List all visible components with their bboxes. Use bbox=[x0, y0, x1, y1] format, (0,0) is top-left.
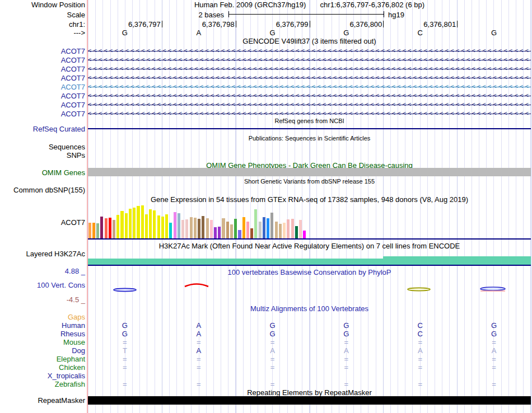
gtex-tissue-bar[interactable] bbox=[109, 218, 111, 238]
gtex-tissue-bar[interactable] bbox=[178, 213, 180, 238]
gtex-gene-label[interactable]: ACOT7 bbox=[0, 218, 85, 227]
gtex-tissue-bar[interactable] bbox=[129, 209, 132, 238]
gtex-tissue-bar[interactable] bbox=[295, 226, 298, 238]
gtex-tissue-bar[interactable] bbox=[218, 227, 221, 238]
gtex-tissue-bar[interactable] bbox=[88, 223, 91, 238]
gtex-tissue-bar[interactable] bbox=[153, 210, 156, 238]
layered-h3k27ac-label[interactable]: Layered H3K27Ac bbox=[0, 250, 85, 258]
gtex-tissue-bar[interactable] bbox=[116, 215, 119, 238]
gencode-transcript-label[interactable]: ACOT7 bbox=[0, 65, 85, 73]
gtex-tissue-bar[interactable] bbox=[234, 219, 237, 238]
gtex-tissue-bar[interactable] bbox=[270, 213, 273, 238]
gtex-tissue-bar[interactable] bbox=[206, 218, 209, 238]
gtex-tissue-bar[interactable] bbox=[157, 215, 160, 238]
multiz-species-label-zebrafish[interactable]: Zebrafish bbox=[0, 380, 85, 388]
gtex-tissue-bar[interactable] bbox=[120, 211, 123, 238]
gtex-tissue-bar[interactable] bbox=[267, 218, 269, 238]
gtex-tissue-bar[interactable] bbox=[242, 217, 245, 238]
omim-genes-bar[interactable] bbox=[88, 168, 531, 176]
repeatmasker-track-title[interactable]: Repeating Elements by RepeatMasker bbox=[88, 388, 531, 397]
gencode-transcript-arrows[interactable]: <<<<<<<<<<<<<<<<<<<<<<<<<<<<<<<<<<<<<<<<… bbox=[88, 82, 531, 91]
gtex-tissue-bar[interactable] bbox=[141, 205, 144, 238]
multiz-species-label-elephant[interactable]: Elephant bbox=[0, 355, 85, 363]
gtex-tissue-bar[interactable] bbox=[279, 224, 282, 238]
gencode-transcript-label[interactable]: ACOT7 bbox=[0, 47, 85, 55]
gtex-tissue-bar[interactable] bbox=[230, 224, 233, 238]
gtex-tissue-bar[interactable] bbox=[291, 219, 294, 238]
gtex-tissue-bar[interactable] bbox=[254, 209, 257, 238]
gencode-transcript-label[interactable]: ACOT7 bbox=[0, 110, 85, 118]
gtex-tissue-bar[interactable] bbox=[299, 220, 302, 238]
multiz-species-label-chicken[interactable]: Chicken bbox=[0, 363, 85, 372]
gencode-transcript-arrows[interactable]: <<<<<<<<<<<<<<<<<<<<<<<<<<<<<<<<<<<<<<<<… bbox=[88, 64, 531, 73]
multiz-species-label-rhesus[interactable]: Rhesus bbox=[0, 330, 85, 338]
gtex-tissue-bar[interactable] bbox=[214, 227, 217, 238]
publications-snps-label[interactable]: SNPs bbox=[0, 151, 85, 159]
multiz-track-title[interactable]: Multiz Alignments of 100 Vertebrates bbox=[88, 304, 531, 313]
omim-genes-label[interactable]: OMIM Genes bbox=[0, 168, 85, 177]
gencode-transcript-label[interactable]: ACOT7 bbox=[0, 92, 85, 100]
gtex-tissue-bar[interactable] bbox=[303, 231, 306, 238]
multiz-species-label-gaps[interactable]: Gaps bbox=[0, 313, 85, 321]
gtex-track-title[interactable]: Gene Expression in 54 tissues from GTEx … bbox=[88, 195, 531, 204]
publications-sequences-label[interactable]: Sequences bbox=[0, 143, 85, 151]
gtex-tissue-bar[interactable] bbox=[161, 217, 164, 238]
gencode-transcript-arrows[interactable]: <<<<<<<<<<<<<<<<<<<<<<<<<<<<<<<<<<<<<<<<… bbox=[88, 73, 531, 82]
gtex-tissue-bar[interactable] bbox=[194, 218, 197, 238]
multiz-aligned-base: G bbox=[335, 322, 357, 330]
multiz-species-label-mouse[interactable]: Mouse bbox=[0, 338, 85, 346]
gtex-tissue-bar[interactable] bbox=[202, 216, 204, 238]
gtex-tissue-bar[interactable] bbox=[283, 223, 286, 238]
gtex-tissue-bar[interactable] bbox=[165, 214, 168, 238]
gtex-tissue-bar[interactable] bbox=[149, 209, 152, 238]
common-dbsnp-label[interactable]: Common dbSNP(155) bbox=[0, 186, 85, 194]
gtex-tissue-bar[interactable] bbox=[174, 212, 176, 238]
gencode-transcript-arrows[interactable]: <<<<<<<<<<<<<<<<<<<<<<<<<<<<<<<<<<<<<<<<… bbox=[88, 109, 531, 118]
gtex-tissue-bar[interactable] bbox=[105, 218, 108, 238]
refseq-curated-line[interactable] bbox=[88, 128, 531, 129]
dbsnp-track-title[interactable]: Short Genetic Variants from dbSNP releas… bbox=[88, 178, 531, 185]
gtex-tissue-bar[interactable] bbox=[190, 217, 193, 238]
gtex-tissue-bar[interactable] bbox=[250, 228, 253, 238]
gencode-transcript-label[interactable]: ACOT7 bbox=[0, 74, 85, 82]
gencode-transcript-arrows[interactable]: <<<<<<<<<<<<<<<<<<<<<<<<<<<<<<<<<<<<<<<<… bbox=[88, 91, 531, 100]
gtex-tissue-bar[interactable] bbox=[246, 222, 249, 238]
gtex-tissue-bar[interactable] bbox=[238, 230, 241, 238]
gtex-tissue-bar[interactable] bbox=[169, 223, 172, 238]
gtex-tissue-bar[interactable] bbox=[137, 206, 139, 238]
gencode-transcript-label[interactable]: ACOT7 bbox=[0, 101, 85, 109]
gtex-tissue-bar[interactable] bbox=[96, 223, 99, 238]
gtex-tissue-bar[interactable] bbox=[181, 220, 184, 238]
gtex-tissue-bar[interactable] bbox=[92, 223, 95, 238]
publications-track-title[interactable]: Publications: Sequences in Scientific Ar… bbox=[88, 135, 531, 142]
gtex-tissue-bar[interactable] bbox=[185, 219, 188, 238]
phylop-track-title[interactable]: 100 vertebrates Basewise Conservation by… bbox=[88, 268, 531, 276]
repeatmasker-bar[interactable] bbox=[88, 396, 531, 405]
gencode-transcript-arrows[interactable]: <<<<<<<<<<<<<<<<<<<<<<<<<<<<<<<<<<<<<<<<… bbox=[88, 100, 531, 109]
gtex-tissue-bar[interactable] bbox=[222, 218, 225, 238]
gtex-tissue-bar[interactable] bbox=[100, 217, 103, 238]
gencode-track-title[interactable]: GENCODE V49lift37 (3 items filtered out) bbox=[88, 37, 531, 45]
multiz-species-label-human[interactable]: Human bbox=[0, 321, 85, 330]
gencode-transcript-label[interactable]: ACOT7 bbox=[0, 83, 85, 91]
gtex-tissue-bar[interactable] bbox=[259, 222, 262, 238]
h3k27ac-track-title[interactable]: H3K27Ac Mark (Often Found Near Active Re… bbox=[88, 242, 531, 250]
multiz-species-label-dog[interactable]: Dog bbox=[0, 346, 85, 355]
gtex-tissue-bar[interactable] bbox=[133, 208, 136, 238]
refseq-track-title[interactable]: RefSeq genes from NCBI bbox=[88, 118, 531, 124]
gencode-transcript-arrows[interactable]: <<<<<<<<<<<<<<<<<<<<<<<<<<<<<<<<<<<<<<<<… bbox=[88, 55, 531, 64]
multiz-species-label-x_tropicalis[interactable]: X_tropicalis bbox=[0, 372, 85, 380]
refseq-curated-label[interactable]: RefSeq Curated bbox=[0, 125, 85, 133]
gtex-tissue-bar[interactable] bbox=[210, 220, 213, 238]
repeatmasker-label[interactable]: RepeatMasker bbox=[0, 396, 85, 405]
gtex-tissue-bar[interactable] bbox=[287, 219, 290, 238]
gencode-transcript-label[interactable]: ACOT7 bbox=[0, 56, 85, 64]
gtex-tissue-bar[interactable] bbox=[113, 220, 115, 238]
gtex-tissue-bar[interactable] bbox=[145, 214, 148, 238]
gtex-tissue-bar[interactable] bbox=[275, 222, 278, 238]
gtex-tissue-bar[interactable] bbox=[263, 217, 265, 238]
gtex-tissue-bar[interactable] bbox=[226, 222, 229, 238]
gtex-tissue-bar[interactable] bbox=[198, 219, 200, 238]
gencode-transcript-arrows[interactable]: <<<<<<<<<<<<<<<<<<<<<<<<<<<<<<<<<<<<<<<<… bbox=[88, 46, 531, 55]
gtex-tissue-bar[interactable] bbox=[125, 213, 128, 238]
